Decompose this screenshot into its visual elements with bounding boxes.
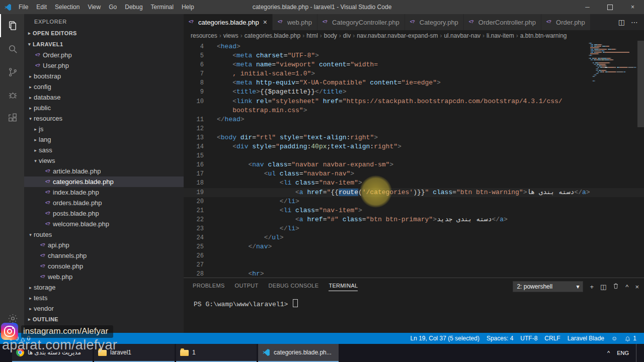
- breadcrumb-item[interactable]: ul.navbar-nav: [444, 32, 480, 39]
- menu-terminal[interactable]: Terminal: [147, 0, 178, 14]
- file-categories.blade.php[interactable]: <?categories.blade.php: [24, 176, 184, 187]
- menu-view[interactable]: View: [84, 0, 105, 14]
- feedback-smiley-icon[interactable]: ☺: [608, 335, 621, 342]
- code-line[interactable]: bootstrap.min.css">: [184, 106, 644, 115]
- folder-js[interactable]: ▸js: [24, 124, 184, 134]
- folder-storage[interactable]: ▸storage: [24, 282, 184, 293]
- panel-tab-problems[interactable]: PROBLEMS: [193, 283, 225, 291]
- folder-routes[interactable]: ▾routes: [24, 229, 184, 240]
- breadcrumb-item[interactable]: html: [306, 32, 318, 39]
- folder-bootstrap[interactable]: ▸bootstrap: [24, 71, 184, 81]
- breadcrumb-item[interactable]: body: [324, 32, 337, 39]
- tab-CategoryController.php[interactable]: <?CategoryController.php: [317, 14, 405, 30]
- new-terminal-icon[interactable]: +: [590, 283, 594, 291]
- code-line[interactable]: 8 <meta http-equiv="X-UA-Compatible" con…: [184, 78, 644, 87]
- file-posts.blade.php[interactable]: <?posts.blade.php: [24, 208, 184, 219]
- close-button[interactable]: ×: [621, 0, 644, 14]
- code-line[interactable]: 26: [184, 251, 644, 260]
- breadcrumb-item[interactable]: a.btn.btn-warning: [520, 32, 567, 39]
- debug-icon[interactable]: [0, 83, 24, 107]
- code-editor[interactable]: 4<head>5 <meta charset="UTF-8">6 <meta n…: [184, 41, 644, 278]
- file-orders.blade.php[interactable]: <?orders.blade.php: [24, 198, 184, 208]
- panel-tab-terminal[interactable]: TERMINAL: [329, 283, 358, 291]
- editor-scrollbar[interactable]: [637, 41, 644, 127]
- code-line[interactable]: 6 <meta name="viewport" content="width=: [184, 60, 644, 69]
- folder-tests[interactable]: ▸tests: [24, 293, 184, 303]
- close-panel-icon[interactable]: ×: [635, 283, 639, 291]
- folder-views[interactable]: ▾views: [24, 155, 184, 166]
- menu-go[interactable]: Go: [105, 0, 121, 14]
- tab-web.php[interactable]: <?web.php: [273, 14, 317, 30]
- file-article.blade.php[interactable]: <?article.blade.php: [24, 166, 184, 176]
- file-web.php[interactable]: <?web.php: [24, 272, 184, 282]
- terminal[interactable]: PS G:\wamp\www\laravel1>: [184, 291, 644, 308]
- breadcrumb-item[interactable]: div: [343, 32, 351, 39]
- search-icon[interactable]: [0, 37, 24, 60]
- notifications-bell-icon[interactable]: 1: [621, 335, 640, 342]
- folder-sass[interactable]: ▸sass: [24, 145, 184, 155]
- tray-chevron-icon[interactable]: ^: [607, 350, 610, 356]
- breadcrumb-item[interactable]: resources: [191, 32, 217, 39]
- kill-terminal-icon[interactable]: [613, 283, 619, 291]
- terminal-shell-select[interactable]: 2: powershell ▾: [513, 281, 583, 292]
- status-item[interactable]: UTF-8: [517, 335, 541, 342]
- file-console.php[interactable]: <?console.php: [24, 261, 184, 272]
- file-welcome.blade.php[interactable]: <?welcome.blade.php: [24, 219, 184, 229]
- panel-tab-debug-console[interactable]: DEBUG CONSOLE: [269, 283, 319, 291]
- code-line[interactable]: 28 <hr>: [184, 269, 644, 278]
- folder-database[interactable]: ▸database: [24, 92, 184, 103]
- tab-Order.php[interactable]: <?Order.php: [541, 14, 591, 30]
- code-line[interactable]: 7 , initial-scale=1.0">: [184, 69, 644, 78]
- tab-Category.php[interactable]: <?Category.php: [405, 14, 464, 30]
- menu-selection[interactable]: Selection: [51, 0, 84, 14]
- panel-tab-output[interactable]: OUTPUT: [235, 283, 259, 291]
- code-line[interactable]: 18 <li class="nav-item">: [184, 178, 644, 188]
- code-line[interactable]: 19 <a href="{{route('/categories')}}" cl…: [184, 188, 644, 197]
- show-desktop-strip[interactable]: [636, 344, 639, 362]
- file-index.blade.php[interactable]: <?index.blade.php: [24, 187, 184, 198]
- breadcrumb-item[interactable]: views: [223, 32, 238, 39]
- code-line[interactable]: 21 <li class="nav-item">: [184, 206, 644, 215]
- explorer-icon[interactable]: [0, 14, 24, 37]
- menu-debug[interactable]: Debug: [121, 0, 146, 14]
- more-actions-icon[interactable]: ⋯: [631, 18, 638, 26]
- breadcrumb-item[interactable]: categories.blade.php: [245, 32, 300, 39]
- folder-vendor[interactable]: ▸vendor: [24, 303, 184, 314]
- taskbar-item-folder[interactable]: 1: [176, 344, 257, 362]
- split-editor-icon[interactable]: ◫: [618, 18, 625, 26]
- code-line[interactable]: 16 <nav class="navbar navbar-expand-sm">: [184, 160, 644, 169]
- code-line[interactable]: 22 <a href="#" class="btn btn-primary">د…: [184, 215, 644, 224]
- code-line[interactable]: 20 </li>: [184, 197, 644, 206]
- code-line[interactable]: 13<body dir="rtl" style="text-align:righ…: [184, 133, 644, 142]
- code-line[interactable]: 24 </ul>: [184, 233, 644, 242]
- code-line[interactable]: 17 <ul class="navbar-nav">: [184, 169, 644, 178]
- folder-public[interactable]: ▸public: [24, 103, 184, 113]
- file-User.php[interactable]: <?User.php: [24, 60, 184, 71]
- tab-categories.blade.php[interactable]: <?categories.blade.php×: [184, 14, 273, 30]
- source-control-icon[interactable]: [0, 60, 24, 83]
- file-Order.php[interactable]: <?Order.php: [24, 50, 184, 60]
- language-indicator[interactable]: ENG: [617, 350, 629, 356]
- code-line[interactable]: 5 <meta charset="UTF-8">: [184, 51, 644, 60]
- breadcrumb-item[interactable]: li.nav-item: [487, 32, 514, 39]
- close-icon[interactable]: ×: [263, 18, 267, 26]
- breadcrumb-item[interactable]: nav.navbar.navbar-expand-sm: [357, 32, 438, 39]
- status-item[interactable]: Spaces: 4: [483, 335, 517, 342]
- folder-resources[interactable]: ▾resources: [24, 113, 184, 124]
- code-line[interactable]: 25 </nav>: [184, 242, 644, 251]
- status-item[interactable]: CRLF: [541, 335, 564, 342]
- maximize-panel-icon[interactable]: ^: [625, 283, 628, 291]
- status-item[interactable]: Ln 19, Col 37 (5 selected): [407, 335, 483, 342]
- menu-edit[interactable]: Edit: [32, 0, 51, 14]
- status-item[interactable]: Laravel Blade: [564, 335, 608, 342]
- code-line[interactable]: 11</head>: [184, 115, 644, 124]
- tab-OrderController.php[interactable]: <?OrderController.php: [464, 14, 541, 30]
- taskbar-item-vscode[interactable]: categories.blade.ph...: [258, 344, 339, 362]
- folder-config[interactable]: ▸config: [24, 81, 184, 92]
- minimize-button[interactable]: ─: [576, 0, 599, 14]
- folder-lang[interactable]: ▸lang: [24, 134, 184, 145]
- minimap[interactable]: [589, 43, 637, 82]
- open-editors-section[interactable]: ▸ OPEN EDITORS: [24, 28, 184, 39]
- menu-file[interactable]: File: [15, 0, 32, 14]
- code-line[interactable]: 23 </li>: [184, 224, 644, 233]
